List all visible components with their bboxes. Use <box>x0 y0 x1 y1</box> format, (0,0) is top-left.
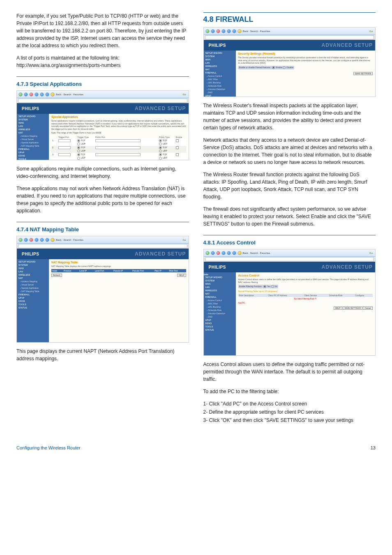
ac-help-button[interactable]: HELP <box>334 306 342 310</box>
nav-nat-mapping[interactable]: › NAT Mapping Table <box>17 144 49 147</box>
ie-stop-icon[interactable] <box>29 92 33 97</box>
ac-yes-radio[interactable] <box>263 285 266 288</box>
fw-enable-radio[interactable] <box>272 66 275 69</box>
ie-fwd-icon[interactable] <box>211 29 215 33</box>
nav-fw-mac[interactable]: › MAC Filter <box>204 78 236 81</box>
ie-refresh-icon[interactable] <box>35 92 39 97</box>
ie-back-icon[interactable] <box>205 29 210 33</box>
nav-wireless[interactable]: WIRELESS <box>17 273 49 276</box>
go-button[interactable]: Go <box>182 239 187 241</box>
ie-home-icon[interactable] <box>40 238 44 242</box>
help-button[interactable]: HELP <box>177 274 186 277</box>
pub-udp-radio[interactable] <box>159 150 162 152</box>
nav-nat-virtualserver[interactable]: › Virtual Server <box>17 283 49 286</box>
nav-fw-url[interactable]: › URL Blocking <box>204 81 236 84</box>
nav-nat-addrmap[interactable]: › Address Mapping <box>17 280 49 283</box>
enable-checkbox[interactable] <box>176 146 179 149</box>
trigger-port-input[interactable] <box>58 153 71 156</box>
ie-favorites-icon[interactable] <box>51 238 55 242</box>
nav-wan[interactable]: WAN <box>17 267 49 270</box>
nav-lan[interactable]: LAN <box>17 270 49 273</box>
nav-firewall[interactable]: FIREWALL <box>17 293 49 296</box>
ie-favorites-icon[interactable] <box>238 29 242 33</box>
ie-refresh-icon[interactable] <box>221 251 226 255</box>
trig-tcp-radio[interactable] <box>77 146 80 149</box>
nav-nat[interactable]: NAT <box>17 276 49 280</box>
pub-tcp-radio[interactable] <box>159 139 162 142</box>
trig-tcp-radio[interactable] <box>77 153 80 156</box>
nav-wireless[interactable]: WIRELESS <box>204 64 236 68</box>
nav-firewall[interactable]: FIREWALL <box>204 295 236 299</box>
nav-lan[interactable]: LAN <box>204 286 236 289</box>
nav-tools[interactable]: TOOLS <box>17 303 49 306</box>
trig-udp-radio[interactable] <box>77 150 80 152</box>
trig-udp-radio[interactable] <box>77 143 80 145</box>
ie-search-icon[interactable] <box>45 92 49 97</box>
nav-setup-wizard[interactable]: SETUP WIZARD <box>204 276 236 279</box>
ie-fwd-icon[interactable] <box>24 92 28 97</box>
nav-firewall[interactable]: FIREWALL <box>204 71 236 74</box>
ie-refresh-icon[interactable] <box>221 29 226 33</box>
nav-system[interactable]: SYSTEM <box>17 118 49 121</box>
nav-wan[interactable]: WAN <box>17 121 49 124</box>
nav-wan[interactable]: WAN <box>204 58 236 61</box>
nav-nat-mapping[interactable]: › NAT Mapping Table <box>17 290 49 293</box>
nav-tools[interactable]: TOOLS <box>204 325 236 328</box>
go-button[interactable]: Go <box>369 252 374 254</box>
add-pc-link[interactable]: Add PC <box>238 302 245 304</box>
nav-upnp[interactable]: UPnP <box>17 296 49 299</box>
pub-tcp-radio[interactable] <box>159 153 162 156</box>
nav-nat-specialapp[interactable]: › Special Application <box>17 141 49 144</box>
nav-system[interactable]: SYSTEM <box>17 263 49 267</box>
pub-udp-radio[interactable] <box>159 143 162 145</box>
ie-stop-icon[interactable] <box>216 251 220 255</box>
nav-wireless[interactable]: WIRELESS <box>17 128 49 131</box>
ie-fwd-icon[interactable] <box>24 238 28 242</box>
trig-udp-radio[interactable] <box>77 157 80 160</box>
ie-favorites-icon[interactable] <box>51 92 55 97</box>
public-port-input[interactable] <box>95 146 141 149</box>
ie-favorites-icon[interactable] <box>238 251 242 255</box>
ie-refresh-icon[interactable] <box>35 238 39 242</box>
ie-home-icon[interactable] <box>40 92 44 97</box>
nav-ddns[interactable]: DDNS <box>17 154 49 157</box>
nav-system[interactable]: SYSTEM <box>204 55 236 58</box>
nav-wireless[interactable]: WIRELESS <box>204 289 236 292</box>
ac-save-button[interactable]: SAVE SETTINGS <box>343 306 362 310</box>
nav-fw-intr[interactable]: › Intrusion Detection <box>204 88 236 91</box>
nav-lan[interactable]: LAN <box>204 61 236 64</box>
ac-cancel-button[interactable]: Cancel <box>363 306 373 310</box>
nav-ddns[interactable]: DDNS <box>17 299 49 303</box>
public-port-input[interactable] <box>95 153 141 156</box>
nav-nat[interactable]: NAT <box>204 68 236 71</box>
trig-tcp-radio[interactable] <box>77 139 80 142</box>
nav-fw-url[interactable]: › URL Blocking <box>204 305 236 309</box>
ac-no-radio[interactable] <box>271 285 274 288</box>
go-button[interactable]: Go <box>182 93 187 96</box>
ie-back-icon[interactable] <box>18 238 23 242</box>
nav-firewall[interactable]: FIREWALL <box>17 147 49 151</box>
nav-nat[interactable]: NAT <box>204 292 236 295</box>
nav-fw-dmz[interactable]: › DMZ <box>204 315 236 318</box>
nav-fw-intr[interactable]: › Intrusion Detection <box>204 312 236 315</box>
refresh-button[interactable]: Refresh <box>51 274 62 277</box>
nav-upnp[interactable]: UPnP <box>204 94 236 97</box>
nav-nat-virtualserver[interactable]: › Virtual Server <box>17 138 49 141</box>
nav-nat-addrmap[interactable]: › Address Mapping <box>17 134 49 138</box>
ie-home-icon[interactable] <box>227 251 231 255</box>
nav-ddns[interactable]: DDNS <box>204 322 236 325</box>
address-bar[interactable] <box>205 35 374 39</box>
nav-wan[interactable]: WAN <box>204 282 236 286</box>
ie-search-icon[interactable] <box>232 251 236 255</box>
fw-save-button[interactable]: SAVE SETTINGS <box>353 72 373 75</box>
ie-search-icon[interactable] <box>45 238 49 242</box>
pub-udp-radio[interactable] <box>159 157 162 160</box>
fw-disable-radio[interactable] <box>283 66 286 69</box>
nav-fw-sched[interactable]: › Schedule Rule <box>204 84 236 88</box>
ie-back-icon[interactable] <box>205 251 210 255</box>
nav-fw-access[interactable]: › Access Control <box>204 74 236 78</box>
address-bar[interactable] <box>18 244 187 248</box>
nav-nat-specialapp[interactable]: › Special Application <box>17 286 49 290</box>
nav-nat[interactable]: NAT <box>17 131 49 134</box>
ie-stop-icon[interactable] <box>29 238 33 242</box>
